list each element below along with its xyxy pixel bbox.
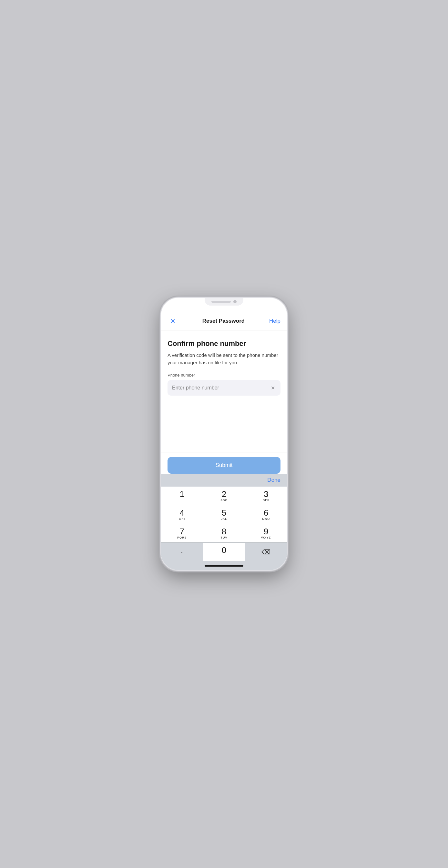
phone-input-wrapper: ✕ [168, 380, 280, 396]
screen: ✕ Reset Password Help Confirm phone numb… [161, 312, 287, 570]
submit-area: Submit [161, 452, 287, 474]
help-button[interactable]: Help [269, 318, 280, 324]
phone-input[interactable] [172, 385, 267, 391]
done-row: Done [161, 474, 287, 487]
key-1[interactable]: 1 [161, 487, 203, 505]
key-delete[interactable]: ⌫ [245, 543, 287, 561]
page-heading: Confirm phone number [168, 339, 280, 348]
key-3[interactable]: 3 DEF [245, 487, 287, 505]
key-8[interactable]: 8 TUV [203, 524, 245, 542]
nav-title: Reset Password [202, 318, 245, 324]
key-4[interactable]: 4 GHI [161, 505, 203, 524]
home-indicator [161, 561, 287, 570]
phone-device: ✕ Reset Password Help Confirm phone numb… [161, 298, 287, 570]
key-dot[interactable]: · [161, 543, 203, 561]
notch-area [161, 298, 287, 312]
nav-bar: ✕ Reset Password Help [161, 312, 287, 331]
done-button[interactable]: Done [267, 477, 280, 484]
keyboard-grid: 1 2 ABC 3 DEF 4 GHI 5 JKL [161, 487, 287, 561]
main-content: Confirm phone number A verification code… [161, 331, 287, 452]
key-6[interactable]: 6 MNO [245, 505, 287, 524]
notch-camera [233, 300, 237, 303]
notch [205, 298, 243, 306]
submit-button[interactable]: Submit [168, 457, 280, 474]
field-label: Phone number [168, 373, 280, 377]
page-description: A verification code will be sent to the … [168, 352, 280, 366]
key-5[interactable]: 5 JKL [203, 505, 245, 524]
spacer [168, 396, 280, 445]
close-button[interactable]: ✕ [168, 316, 178, 326]
keyboard: 1 2 ABC 3 DEF 4 GHI 5 JKL [161, 487, 287, 561]
key-7[interactable]: 7 PQRS [161, 524, 203, 542]
home-bar [205, 565, 243, 567]
key-2[interactable]: 2 ABC [203, 487, 245, 505]
notch-pill [211, 301, 231, 303]
clear-input-button[interactable]: ✕ [270, 384, 276, 391]
key-0[interactable]: 0 [203, 543, 245, 561]
key-9[interactable]: 9 WXYZ [245, 524, 287, 542]
